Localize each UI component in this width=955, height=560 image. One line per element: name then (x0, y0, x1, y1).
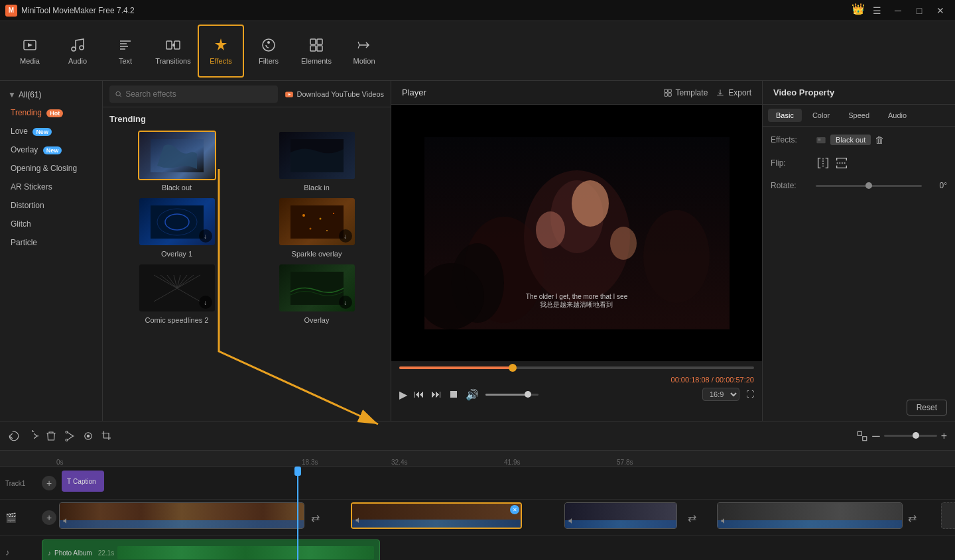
tool-filters[interactable]: Filters (245, 25, 292, 78)
rotate-slider[interactable] (816, 185, 922, 187)
effect-thumb-comic[interactable]: ↓ (138, 263, 216, 313)
mute-icon-1[interactable] (62, 517, 70, 527)
mute-icon-4[interactable] (720, 517, 728, 527)
template-button[interactable]: Template (663, 88, 708, 97)
effect-label-overlay1: Overlay 1 (161, 250, 192, 258)
effect-name-badge: Black out (830, 135, 871, 145)
tool-media[interactable]: Media (7, 25, 53, 78)
zoom-out-button[interactable]: ─ (872, 430, 879, 442)
volume-bar[interactable] (485, 394, 539, 396)
flip-vertical-icon[interactable] (834, 156, 849, 170)
caption-clip[interactable]: T Caption (62, 471, 104, 492)
timeline-ruler: 0s 18.3s 32.4s 41.9s 57.8s (0, 451, 955, 467)
tool-transitions[interactable]: Transitions (150, 25, 196, 78)
ruler-mark-578: 57.8s (617, 459, 633, 466)
effect-item-black-out[interactable]: Black out (109, 131, 244, 192)
sidebar-item-trending[interactable]: Trending Hot (0, 103, 102, 122)
tool-audio[interactable]: Audio (54, 25, 101, 78)
sidebar-item-overlay[interactable]: Overlay New (0, 140, 102, 159)
sidebar-item-love[interactable]: Love New (0, 122, 102, 140)
zoom-handle[interactable] (913, 432, 919, 439)
undo-button[interactable] (8, 430, 20, 442)
clip-delete-button[interactable]: ✕ (510, 505, 519, 514)
mute-icon-2[interactable] (355, 516, 363, 526)
rotate-handle[interactable] (865, 182, 872, 189)
crown-icon[interactable]: 👑 (852, 3, 865, 19)
download-icon-overlay1[interactable]: ↓ (199, 229, 212, 243)
next-button[interactable]: ⏭ (431, 388, 442, 400)
tool-motion[interactable]: Motion (341, 25, 387, 78)
timeline-handle[interactable] (509, 364, 517, 372)
sidebar-item-ar[interactable]: AR Stickers (0, 178, 102, 196)
close-button[interactable]: ✕ (931, 3, 950, 19)
cut-button[interactable] (64, 430, 76, 442)
player-timeline[interactable] (399, 366, 754, 369)
export-button[interactable]: Export (716, 88, 751, 97)
prev-button[interactable]: ⏮ (414, 388, 424, 400)
sidebar-item-glitch[interactable]: Glitch (0, 215, 102, 233)
effect-item-sparkle[interactable]: ↓ Sparkle overlay (249, 197, 384, 258)
rotate-value: 0° (927, 181, 947, 190)
audio-button[interactable] (82, 430, 94, 442)
download-yt-button[interactable]: Download YouTube Videos (285, 89, 385, 99)
minimize-button[interactable]: ─ (889, 3, 907, 19)
video-clip-1[interactable] (59, 502, 304, 529)
stop-button[interactable]: ⏹ (448, 388, 459, 400)
tab-speed[interactable]: Speed (840, 109, 877, 122)
hamburger-button[interactable]: ☰ (867, 3, 886, 19)
maximize-button[interactable]: □ (910, 3, 928, 19)
effect-item-black-in[interactable]: Black in (249, 131, 384, 192)
delete-effect-button[interactable]: 🗑 (875, 135, 884, 145)
effect-thumb-sparkle[interactable]: ↓ (278, 197, 356, 247)
effect-thumb-overlay1[interactable]: ↓ (138, 197, 216, 247)
sidebar-all[interactable]: ▼ All(61) (0, 86, 102, 103)
playhead[interactable] (297, 467, 298, 560)
fullscreen-button[interactable]: ⛶ (746, 390, 754, 399)
mute-icon-3[interactable] (568, 517, 576, 527)
sidebar-item-opening[interactable]: Opening & Closing (0, 159, 102, 178)
tool-text[interactable]: Text (102, 25, 149, 78)
zoom-in-button[interactable]: + (941, 430, 947, 442)
delete-button[interactable] (45, 430, 57, 442)
audio-clip-1[interactable]: ♪ Photo Album 22.1s (42, 539, 380, 560)
video-clip-2[interactable]: ✕ (351, 502, 522, 529)
effect-item-comic[interactable]: ↓ Comic speedlines 2 (109, 263, 244, 324)
video-clip-5[interactable] (941, 502, 955, 529)
flip-horizontal-icon[interactable] (816, 156, 830, 170)
tab-color[interactable]: Color (804, 109, 838, 122)
search-box[interactable] (109, 85, 278, 103)
zoom-slider[interactable] (884, 435, 937, 437)
effect-thumb-black-in[interactable] (278, 131, 356, 180)
reset-button[interactable]: Reset (907, 400, 947, 416)
sidebar: ▼ All(61) Trending Hot Love New Overlay … (0, 81, 103, 421)
video-clip-3[interactable] (564, 502, 677, 529)
tab-basic[interactable]: Basic (768, 109, 802, 122)
sidebar-item-particle[interactable]: Particle (0, 233, 102, 252)
download-icon-comic[interactable]: ↓ (199, 296, 212, 309)
current-time: 00:00:18:08 (671, 376, 710, 384)
effect-thumb-black-out[interactable] (138, 131, 216, 180)
redo-button[interactable] (27, 430, 38, 442)
sidebar-item-distortion[interactable]: Distortion (0, 196, 102, 215)
volume-button[interactable]: 🔊 (466, 388, 479, 401)
audio-waveform (117, 546, 374, 559)
effect-item-overlay2[interactable]: ↓ Overlay (249, 263, 384, 324)
search-input[interactable] (125, 89, 272, 99)
play-button[interactable]: ▶ (399, 388, 407, 401)
tool-elements[interactable]: Elements (293, 25, 340, 78)
svg-point-54 (66, 439, 68, 441)
add-video-track-button[interactable]: + (42, 510, 56, 525)
tool-motion-label: Motion (353, 57, 375, 65)
zoom-split-button[interactable] (856, 430, 868, 442)
download-icon-sparkle[interactable]: ↓ (339, 229, 352, 243)
video-clip-4[interactable] (717, 502, 903, 529)
aspect-ratio-select[interactable]: 16:9 9:16 1:1 (702, 388, 739, 401)
crop-button[interactable] (101, 430, 113, 442)
download-icon-overlay2[interactable]: ↓ (339, 296, 352, 309)
effect-item-overlay1[interactable]: ↓ Overlay 1 (109, 197, 244, 258)
clip-video-content (352, 504, 521, 520)
tool-effects[interactable]: Effects (198, 25, 244, 78)
effect-thumb-overlay2[interactable]: ↓ (278, 263, 356, 313)
add-track-button[interactable]: + (42, 476, 56, 490)
tab-audio[interactable]: Audio (880, 109, 915, 122)
